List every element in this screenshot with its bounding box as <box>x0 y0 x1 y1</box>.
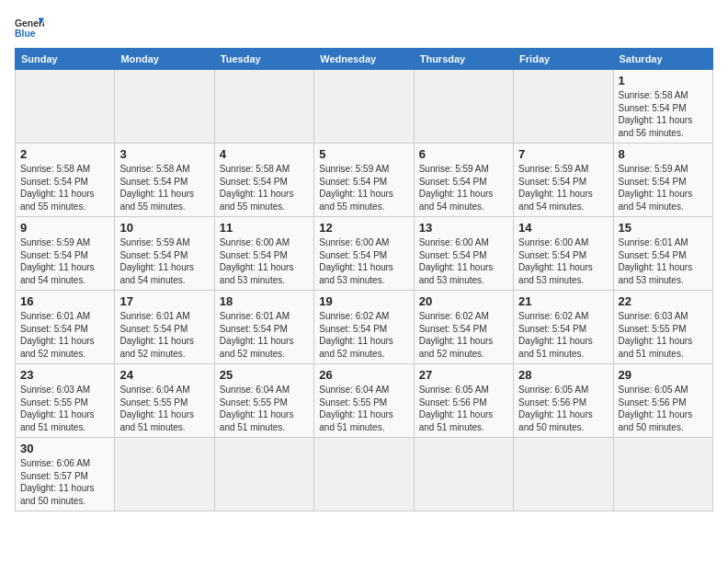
calendar-cell <box>314 438 414 511</box>
day-info: Sunrise: 6:03 AM Sunset: 5:55 PM Dayligh… <box>619 310 708 360</box>
calendar-week-row: 30Sunrise: 6:06 AM Sunset: 5:57 PM Dayli… <box>16 438 713 511</box>
weekday-header-monday: Monday <box>115 49 214 70</box>
day-number: 19 <box>319 294 408 308</box>
calendar-week-row: 16Sunrise: 6:01 AM Sunset: 5:54 PM Dayli… <box>16 291 713 364</box>
calendar-cell: 25Sunrise: 6:04 AM Sunset: 5:55 PM Dayli… <box>214 364 313 438</box>
weekday-header-sunday: Sunday <box>16 49 115 70</box>
day-number: 10 <box>119 221 209 235</box>
day-info: Sunrise: 6:01 AM Sunset: 5:54 PM Dayligh… <box>619 236 708 286</box>
calendar-cell: 14Sunrise: 6:00 AM Sunset: 5:54 PM Dayli… <box>514 217 613 291</box>
day-number: 23 <box>20 368 109 382</box>
day-info: Sunrise: 6:05 AM Sunset: 5:56 PM Dayligh… <box>419 384 508 433</box>
day-number: 5 <box>319 147 408 161</box>
calendar-cell: 28Sunrise: 6:05 AM Sunset: 5:56 PM Dayli… <box>514 364 613 438</box>
day-number: 17 <box>119 294 209 308</box>
day-info: Sunrise: 6:04 AM Sunset: 5:55 PM Dayligh… <box>119 384 209 433</box>
page-header: General Blue <box>15 15 713 40</box>
day-number: 4 <box>220 147 309 161</box>
day-info: Sunrise: 5:58 AM Sunset: 5:54 PM Dayligh… <box>119 163 209 213</box>
day-info: Sunrise: 5:58 AM Sunset: 5:54 PM Dayligh… <box>20 163 109 213</box>
weekday-header-thursday: Thursday <box>414 49 513 70</box>
calendar-cell: 16Sunrise: 6:01 AM Sunset: 5:54 PM Dayli… <box>16 291 115 364</box>
day-info: Sunrise: 6:00 AM Sunset: 5:54 PM Dayligh… <box>319 236 408 286</box>
day-info: Sunrise: 5:59 AM Sunset: 5:54 PM Dayligh… <box>419 163 508 213</box>
day-info: Sunrise: 6:02 AM Sunset: 5:54 PM Dayligh… <box>319 310 408 360</box>
day-info: Sunrise: 6:06 AM Sunset: 5:57 PM Dayligh… <box>20 457 109 507</box>
day-info: Sunrise: 6:01 AM Sunset: 5:54 PM Dayligh… <box>119 310 209 360</box>
day-info: Sunrise: 5:58 AM Sunset: 5:54 PM Dayligh… <box>220 163 309 213</box>
calendar-week-row: 9Sunrise: 5:59 AM Sunset: 5:54 PM Daylig… <box>16 217 713 291</box>
calendar-cell <box>514 70 613 144</box>
calendar-cell: 30Sunrise: 6:06 AM Sunset: 5:57 PM Dayli… <box>16 438 115 511</box>
day-number: 6 <box>419 147 508 161</box>
calendar-cell: 7Sunrise: 5:59 AM Sunset: 5:54 PM Daylig… <box>514 144 613 217</box>
calendar-cell <box>414 70 513 144</box>
day-number: 13 <box>419 221 508 235</box>
day-number: 20 <box>419 294 508 308</box>
day-info: Sunrise: 5:59 AM Sunset: 5:54 PM Dayligh… <box>20 236 109 286</box>
calendar-cell: 21Sunrise: 6:02 AM Sunset: 5:54 PM Dayli… <box>514 291 613 364</box>
day-number: 16 <box>20 294 109 308</box>
calendar-cell: 4Sunrise: 5:58 AM Sunset: 5:54 PM Daylig… <box>214 144 313 217</box>
day-number: 15 <box>619 221 708 235</box>
day-number: 24 <box>119 368 209 382</box>
calendar-cell: 18Sunrise: 6:01 AM Sunset: 5:54 PM Dayli… <box>214 291 313 364</box>
day-number: 7 <box>518 147 608 161</box>
calendar-cell: 20Sunrise: 6:02 AM Sunset: 5:54 PM Dayli… <box>414 291 513 364</box>
day-number: 25 <box>220 368 309 382</box>
calendar-cell: 9Sunrise: 5:59 AM Sunset: 5:54 PM Daylig… <box>16 217 115 291</box>
day-info: Sunrise: 6:03 AM Sunset: 5:55 PM Dayligh… <box>20 384 109 433</box>
weekday-header-tuesday: Tuesday <box>214 49 313 70</box>
calendar-cell: 15Sunrise: 6:01 AM Sunset: 5:54 PM Dayli… <box>613 217 712 291</box>
calendar-cell: 22Sunrise: 6:03 AM Sunset: 5:55 PM Dayli… <box>613 291 712 364</box>
day-number: 18 <box>220 294 309 308</box>
calendar-week-row: 1Sunrise: 5:58 AM Sunset: 5:54 PM Daylig… <box>16 70 713 144</box>
day-number: 12 <box>319 221 408 235</box>
calendar-cell <box>314 70 414 144</box>
calendar-cell: 29Sunrise: 6:05 AM Sunset: 5:56 PM Dayli… <box>613 364 712 438</box>
day-number: 3 <box>119 147 209 161</box>
calendar-cell: 6Sunrise: 5:59 AM Sunset: 5:54 PM Daylig… <box>414 144 513 217</box>
day-info: Sunrise: 5:59 AM Sunset: 5:54 PM Dayligh… <box>619 163 708 213</box>
day-info: Sunrise: 6:02 AM Sunset: 5:54 PM Dayligh… <box>518 310 608 360</box>
day-info: Sunrise: 6:00 AM Sunset: 5:54 PM Dayligh… <box>419 236 508 286</box>
day-number: 2 <box>20 147 109 161</box>
calendar-cell: 5Sunrise: 5:59 AM Sunset: 5:54 PM Daylig… <box>314 144 414 217</box>
calendar-cell: 11Sunrise: 6:00 AM Sunset: 5:54 PM Dayli… <box>214 217 313 291</box>
day-info: Sunrise: 6:04 AM Sunset: 5:55 PM Dayligh… <box>220 384 309 433</box>
calendar-cell <box>214 438 313 511</box>
day-number: 21 <box>518 294 608 308</box>
day-info: Sunrise: 6:05 AM Sunset: 5:56 PM Dayligh… <box>619 384 708 433</box>
day-info: Sunrise: 5:59 AM Sunset: 5:54 PM Dayligh… <box>518 163 608 213</box>
calendar-cell: 13Sunrise: 6:00 AM Sunset: 5:54 PM Dayli… <box>414 217 513 291</box>
day-number: 30 <box>20 442 109 455</box>
day-number: 8 <box>619 147 708 161</box>
day-number: 14 <box>518 221 608 235</box>
calendar-cell: 1Sunrise: 5:58 AM Sunset: 5:54 PM Daylig… <box>613 70 712 144</box>
calendar-table: SundayMondayTuesdayWednesdayThursdayFrid… <box>15 48 713 511</box>
calendar-cell: 8Sunrise: 5:59 AM Sunset: 5:54 PM Daylig… <box>613 144 712 217</box>
day-info: Sunrise: 5:58 AM Sunset: 5:54 PM Dayligh… <box>619 89 708 139</box>
calendar-cell: 24Sunrise: 6:04 AM Sunset: 5:55 PM Dayli… <box>115 364 214 438</box>
day-number: 27 <box>419 368 508 382</box>
day-number: 9 <box>20 221 109 235</box>
calendar-week-row: 2Sunrise: 5:58 AM Sunset: 5:54 PM Daylig… <box>16 144 713 217</box>
calendar-cell: 3Sunrise: 5:58 AM Sunset: 5:54 PM Daylig… <box>115 144 214 217</box>
calendar-cell <box>414 438 513 511</box>
calendar-cell <box>115 438 214 511</box>
day-number: 11 <box>220 221 309 235</box>
day-info: Sunrise: 6:02 AM Sunset: 5:54 PM Dayligh… <box>419 310 508 360</box>
calendar-cell <box>514 438 613 511</box>
calendar-cell <box>613 438 712 511</box>
calendar-cell: 10Sunrise: 5:59 AM Sunset: 5:54 PM Dayli… <box>115 217 214 291</box>
calendar-cell: 17Sunrise: 6:01 AM Sunset: 5:54 PM Dayli… <box>115 291 214 364</box>
day-info: Sunrise: 6:00 AM Sunset: 5:54 PM Dayligh… <box>518 236 608 286</box>
weekday-header-friday: Friday <box>514 49 613 70</box>
logo: General Blue <box>15 15 48 40</box>
weekday-header-row: SundayMondayTuesdayWednesdayThursdayFrid… <box>16 49 713 70</box>
day-info: Sunrise: 6:01 AM Sunset: 5:54 PM Dayligh… <box>220 310 309 360</box>
day-number: 26 <box>319 368 408 382</box>
logo-icon: General Blue <box>15 15 44 40</box>
calendar-cell: 19Sunrise: 6:02 AM Sunset: 5:54 PM Dayli… <box>314 291 414 364</box>
day-info: Sunrise: 6:04 AM Sunset: 5:55 PM Dayligh… <box>319 384 408 433</box>
